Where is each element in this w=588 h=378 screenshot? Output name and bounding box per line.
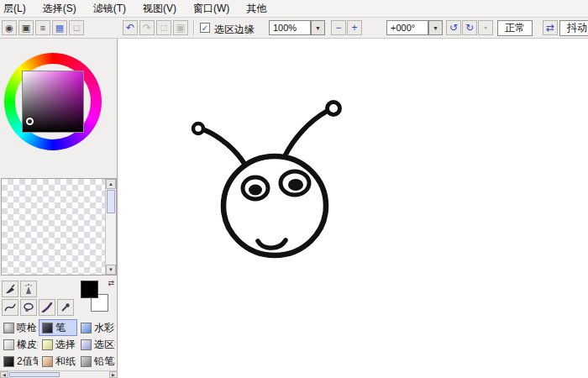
menu-window[interactable]: 窗口(W) [185,0,238,18]
color-swatch-pair: ⇄ [79,279,116,318]
tool-watercolor[interactable]: 水彩笔 [77,319,116,336]
rotate-ccw-button[interactable]: ↺ [446,20,461,35]
scrollbar-thumb[interactable] [107,190,115,213]
zoom-out-icon: − [335,22,341,34]
blend-mode-button[interactable]: 正常 [497,20,533,36]
airbrush-tool-icon [3,323,14,333]
tool-row: 2值笔 和纸笔 铅笔30 [0,353,118,370]
swap-arrows-icon: ⇄ [546,22,554,34]
deselect-button[interactable]: □ [156,20,171,35]
sv-cursor[interactable] [26,118,34,125]
zoom-in-button[interactable]: + [347,20,362,35]
tool-grid-scrollbar[interactable]: ◀ ▶ [0,370,118,378]
tool-label: 选择笔 [55,338,77,352]
doodle-right-antenna-loop [328,102,340,115]
scroll-left-button[interactable]: ◀ [0,371,8,378]
sai-window: 层(L) 选择(S) 滤镜(T) 视图(V) 窗口(W) 其他 ◉ ▣ ≡ ▦ … [0,0,588,378]
pen-icon [4,283,16,295]
zoom-out-button[interactable]: − [331,20,346,35]
menu-select[interactable]: 选择(S) [34,0,85,18]
scroll-down-button[interactable]: ▼ [106,265,116,275]
angle-input[interactable]: +000° [386,20,428,35]
reset-rotation-button[interactable]: ▫ [478,20,493,35]
tool-label: 笔 [55,321,66,335]
scroll-right-button[interactable]: ▶ [109,371,118,378]
scratchpad-scrollbar[interactable]: ▲ ▼ [105,179,116,275]
transparent-checker[interactable] [2,179,106,275]
color-mixer-panel-icon[interactable]: ▣ [18,20,34,35]
menu-others[interactable]: 其他 [238,0,275,18]
canvas[interactable] [118,39,588,378]
tool-label: 喷枪 [17,321,37,335]
zoom-input[interactable]: 100% [269,20,311,35]
arrow-up-icon: ▲ [108,181,113,186]
zoom-dropdown-button[interactable]: ▼ [311,20,325,35]
pen-tool-icon [42,323,53,333]
angle-value: +000° [391,23,415,33]
paper-pen-tool-icon [42,356,53,367]
swatches-panel-icon[interactable]: ▦ [52,20,67,35]
eyedropper-icon [60,302,71,313]
tool-label: 选区擦 [94,338,116,352]
redo-button[interactable]: ↷ [139,20,155,35]
color-wheel-panel-icon[interactable]: ◉ [2,20,17,35]
color-sliders-panel-icon[interactable]: ≡ [35,20,50,35]
pen-mini-button[interactable] [2,281,18,297]
mini-tools-row-1 [2,281,39,297]
tool-pencil30[interactable]: 铅笔30 [77,353,116,370]
hscrollbar-thumb[interactable] [9,372,60,377]
swap-colors-icon[interactable]: ⇄ [108,279,114,287]
rotate-ccw-icon: ↺ [449,22,458,34]
tool-label: 铅笔30 [94,354,116,369]
brush-mini-button[interactable] [39,299,55,316]
eraser-tool-icon [3,339,14,350]
foreground-color-swatch[interactable] [81,281,98,298]
tool-label: 和纸笔 [55,354,77,369]
lasso-icon [23,302,34,313]
zoom-value: 100% [273,23,297,33]
tool-eraser[interactable]: 橡皮擦 [0,336,39,353]
chevron-down-icon: ▼ [433,25,438,31]
tool-binary-pen[interactable]: 2值笔 [0,353,39,370]
tool-grid: 喷枪 笔 水彩笔 橡皮擦 选择笔 选区擦 2值笔 和纸笔 铅笔30 [0,319,118,370]
selection-edge-checkbox[interactable]: ✓ [200,23,210,33]
menu-layer[interactable]: 层(L) [0,0,34,18]
stabilizer-label: 抖动 [567,21,587,35]
tool-label: 橡皮擦 [17,338,39,352]
tool-row: 橡皮擦 选择笔 选区擦 [0,336,118,353]
eyedropper-mini-button[interactable] [57,299,74,316]
scroll-up-button[interactable]: ▲ [106,179,116,189]
tool-pen[interactable]: 笔 [39,319,77,336]
invert-selection-button[interactable]: ▣ [173,20,188,35]
lasso-mini-button[interactable] [20,299,37,316]
invert-selection-icon: ▣ [176,22,185,34]
tool-label: 2值笔 [17,354,39,369]
tool-paper-pen[interactable]: 和纸笔 [39,353,77,370]
angle-dropdown-button[interactable]: ▼ [428,20,443,35]
tool-select-pen[interactable]: 选择笔 [39,336,77,353]
blend-mode-label: 正常 [505,21,525,35]
menu-view[interactable]: 视图(V) [134,0,185,18]
rotate-cw-icon: ↻ [465,22,474,34]
curve-mini-button[interactable] [2,299,18,316]
watercolor-tool-icon [81,323,92,333]
airbrush-mini-button[interactable] [20,281,37,297]
doodle-left-antenna-loop [193,123,203,134]
undo-button[interactable]: ↶ [123,20,138,35]
deselect-icon: □ [160,22,166,34]
stabilizer-button[interactable]: 抖动 [559,20,588,36]
redo-icon: ↷ [143,22,151,34]
zoom-in-icon: + [351,22,357,34]
airbrush-icon [23,283,34,295]
check-icon: ✓ [202,24,208,33]
tool-selection-eraser[interactable]: 选区擦 [77,336,116,353]
scratchpad-area[interactable]: ▲ ▼ [1,178,117,276]
tool-airbrush[interactable]: 喷枪 [0,319,39,336]
chevron-down-icon: ▼ [315,25,321,31]
menu-filter[interactable]: 滤镜(T) [85,0,134,18]
scratchpad-panel-icon[interactable]: □ [69,20,84,35]
toolbar-separator [193,20,194,35]
rotate-cw-button[interactable]: ↻ [462,20,477,35]
flip-horizontal-button[interactable]: ⇄ [543,20,558,35]
saturation-value-square[interactable] [22,71,84,133]
